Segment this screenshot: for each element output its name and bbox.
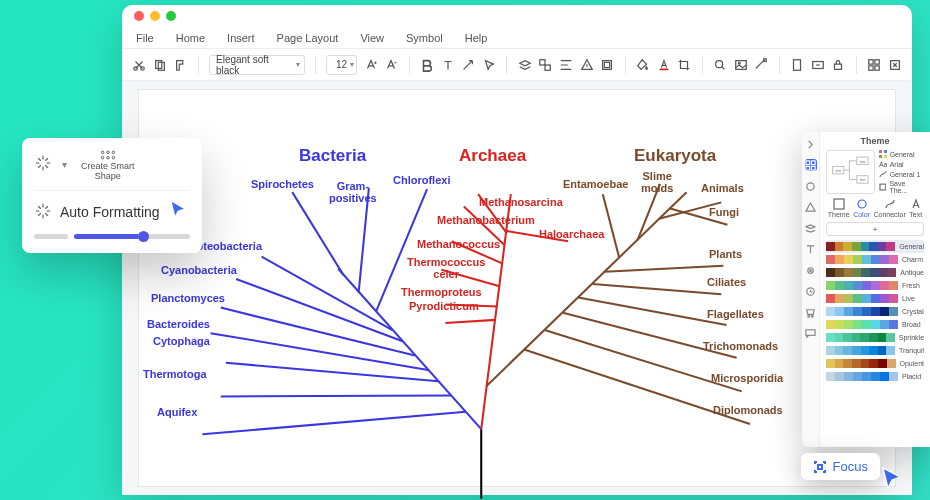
tab-color[interactable]: Color bbox=[853, 198, 870, 218]
tab-theme[interactable]: Theme bbox=[828, 198, 850, 218]
text-color-icon[interactable] bbox=[656, 57, 671, 73]
palette-row-crystal[interactable]: Crystal bbox=[826, 305, 924, 318]
label-chlorollexi: Chloroflexi bbox=[393, 174, 450, 186]
chevron-down-icon[interactable]: ▾ bbox=[62, 159, 67, 170]
window-min-dot[interactable] bbox=[150, 11, 160, 21]
svg-text:Aa: Aa bbox=[879, 161, 887, 168]
slider-b[interactable] bbox=[74, 234, 190, 239]
font-family-select[interactable]: Elegant soft black bbox=[209, 55, 305, 75]
theme-meta-row[interactable]: AaArial bbox=[879, 160, 924, 168]
align-icon[interactable] bbox=[559, 57, 574, 73]
label-cytophaga: Cytophaga bbox=[153, 335, 210, 347]
history-icon[interactable] bbox=[805, 285, 817, 297]
fill-icon[interactable] bbox=[636, 57, 651, 73]
swatch bbox=[869, 346, 878, 355]
svg-rect-78 bbox=[884, 155, 887, 158]
swatch bbox=[880, 320, 889, 329]
text-panel-icon[interactable] bbox=[805, 243, 817, 255]
tab-text[interactable]: Text bbox=[909, 198, 922, 218]
swatch bbox=[835, 281, 844, 290]
connector-icon[interactable] bbox=[461, 57, 476, 73]
window-close-dot[interactable] bbox=[134, 11, 144, 21]
group-icon[interactable] bbox=[600, 57, 615, 73]
theme-meta-row[interactable]: General bbox=[879, 150, 924, 158]
swatch bbox=[853, 307, 862, 316]
swatch bbox=[826, 320, 835, 329]
bold-icon[interactable] bbox=[420, 57, 435, 73]
svg-rect-15 bbox=[835, 64, 842, 69]
swatch bbox=[862, 255, 871, 264]
swatch bbox=[860, 333, 869, 342]
swatch bbox=[835, 346, 844, 355]
swatch bbox=[835, 307, 844, 316]
canvas-area[interactable]: Bacteria Archaea Eukaryota Spirochetes G… bbox=[122, 81, 912, 495]
palette-list: GeneralCharmAntiqueFreshLiveCrystalBroad… bbox=[826, 240, 924, 383]
layers2-icon[interactable] bbox=[805, 222, 817, 234]
shapes-icon[interactable] bbox=[805, 201, 817, 213]
collapse-icon[interactable] bbox=[805, 138, 817, 150]
line-style-icon[interactable] bbox=[754, 57, 769, 73]
icons-icon[interactable] bbox=[805, 264, 817, 276]
menu-help[interactable]: Help bbox=[465, 32, 488, 44]
palette-row-general[interactable]: General bbox=[826, 240, 924, 253]
search-icon[interactable] bbox=[713, 57, 728, 73]
palette-row-broad[interactable]: Broad bbox=[826, 318, 924, 331]
menu-file[interactable]: File bbox=[136, 32, 154, 44]
menu-symbol[interactable]: Symbol bbox=[406, 32, 443, 44]
lock-icon[interactable] bbox=[831, 57, 846, 73]
add-theme-button[interactable]: + bbox=[826, 222, 924, 236]
pointer-icon[interactable] bbox=[482, 57, 497, 73]
text-tool-icon[interactable] bbox=[440, 57, 455, 73]
page[interactable]: Bacteria Archaea Eukaryota Spirochetes G… bbox=[138, 89, 896, 487]
palette-row-placid[interactable]: Placid bbox=[826, 370, 924, 383]
theme-meta-row[interactable]: Save The... bbox=[879, 180, 924, 194]
font-size-select[interactable]: 12 bbox=[326, 55, 357, 75]
warning-icon[interactable] bbox=[579, 57, 594, 73]
palette-row-antique[interactable]: Antique bbox=[826, 266, 924, 279]
crop-icon[interactable] bbox=[677, 57, 692, 73]
window-max-dot[interactable] bbox=[166, 11, 176, 21]
theme-grid-icon[interactable] bbox=[805, 159, 817, 171]
comment-icon[interactable] bbox=[805, 327, 817, 339]
slider-a[interactable] bbox=[34, 234, 68, 239]
menu-home[interactable]: Home bbox=[176, 32, 205, 44]
theme-thumbnail[interactable]: texttexttext bbox=[826, 150, 875, 194]
copy-icon[interactable] bbox=[153, 57, 168, 73]
format-painter-icon[interactable] bbox=[173, 57, 188, 73]
swatch bbox=[826, 255, 835, 264]
menu-page-layout[interactable]: Page Layout bbox=[277, 32, 339, 44]
cut-icon[interactable] bbox=[132, 57, 147, 73]
palette-row-live[interactable]: Live bbox=[826, 292, 924, 305]
create-smart-line2: Shape bbox=[95, 172, 121, 182]
theme-meta-row[interactable]: General 1 bbox=[879, 170, 924, 178]
font-size-increase-icon[interactable] bbox=[363, 57, 378, 73]
fit-icon[interactable] bbox=[887, 57, 902, 73]
create-smart-shape-button[interactable]: Create Smart Shape bbox=[81, 148, 135, 182]
grid-view-icon[interactable] bbox=[867, 57, 882, 73]
image-icon[interactable] bbox=[733, 57, 748, 73]
palette-row-charm[interactable]: Charm bbox=[826, 253, 924, 266]
swatch bbox=[844, 294, 853, 303]
layers-icon[interactable] bbox=[517, 57, 532, 73]
cart-icon[interactable] bbox=[805, 306, 817, 318]
label-planctomyces: Planctomyces bbox=[151, 292, 225, 304]
page-icon[interactable] bbox=[790, 57, 805, 73]
sparkle-icon[interactable] bbox=[34, 154, 52, 175]
app-window: File Home Insert Page Layout View Symbol… bbox=[122, 5, 912, 495]
menu-insert[interactable]: Insert bbox=[227, 32, 255, 44]
ungroup-icon[interactable] bbox=[538, 57, 553, 73]
palette-row-tranquil[interactable]: Tranquil bbox=[826, 344, 924, 357]
palette-row-fresh[interactable]: Fresh bbox=[826, 279, 924, 292]
palette-row-sprinkle[interactable]: Sprinkle bbox=[826, 331, 924, 344]
palette-row-opulent[interactable]: Opulent bbox=[826, 357, 924, 370]
effects-icon[interactable] bbox=[805, 180, 817, 192]
auto-formatting-button[interactable]: Auto Formatting bbox=[34, 199, 190, 226]
font-size-decrease-icon[interactable] bbox=[384, 57, 399, 73]
menu-view[interactable]: View bbox=[360, 32, 384, 44]
hyperlink-icon[interactable] bbox=[810, 57, 825, 73]
swatch bbox=[843, 359, 852, 368]
swatch bbox=[889, 294, 898, 303]
svg-rect-5 bbox=[545, 65, 550, 70]
tab-connector[interactable]: Connector bbox=[873, 198, 905, 218]
focus-button[interactable]: Focus bbox=[801, 453, 880, 480]
